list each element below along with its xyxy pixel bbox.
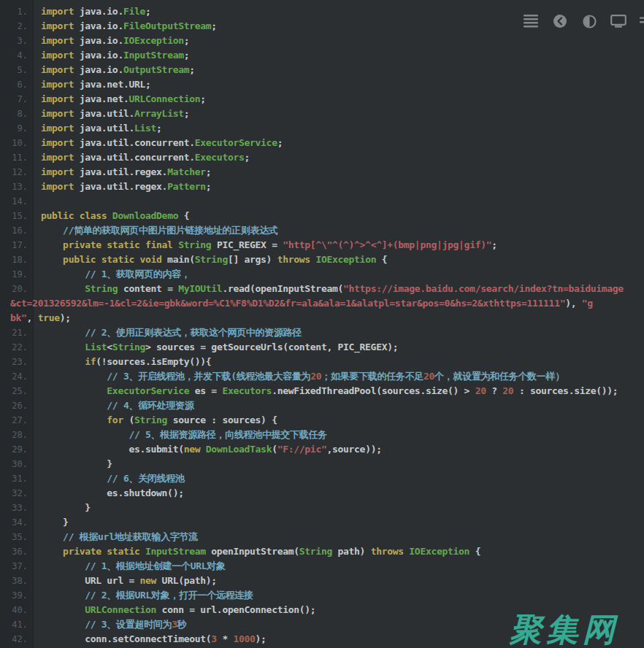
code-text: } bbox=[41, 501, 91, 515]
code-line: 15.public class DownloadDemo { bbox=[0, 209, 644, 223]
code-text: } bbox=[41, 457, 112, 471]
code-line: bk", true); bbox=[0, 311, 644, 325]
code-line: 26. // 4、循环处理资源 bbox=[0, 398, 644, 413]
code-line: 33. } bbox=[0, 501, 644, 515]
code-text: // 2、根据URL对象，打开一个远程连接 bbox=[41, 588, 253, 603]
back-circle-icon[interactable] bbox=[552, 13, 568, 29]
line-number: 33. bbox=[0, 501, 28, 515]
contrast-icon[interactable] bbox=[581, 13, 597, 29]
line-number: 16. bbox=[0, 223, 28, 238]
code-text: bk", true); bbox=[10, 311, 71, 325]
line-number: 39. bbox=[0, 588, 28, 603]
code-line: 28. // 5、根据资源路径，向线程池中提交下载任务 bbox=[0, 428, 644, 442]
line-number: 29. bbox=[0, 442, 28, 457]
line-number: 31. bbox=[0, 471, 28, 486]
line-number: 37. bbox=[0, 559, 28, 574]
code-text: import java.util.concurrent.Executors; bbox=[41, 150, 250, 165]
code-line: 20. String content = MyIOUtil.read(openI… bbox=[0, 282, 644, 296]
code-line: &ct=201326592&lm=-1&cl=2&ie=gbk&word=%C1… bbox=[0, 296, 644, 311]
code-line: 21. // 2、使用正则表达式，获取这个网页中的资源路径 bbox=[0, 325, 644, 340]
line-number: 23. bbox=[0, 355, 28, 369]
line-number: 24. bbox=[0, 369, 28, 384]
line-number: 12. bbox=[0, 165, 28, 180]
toolbar bbox=[523, 12, 644, 31]
code-line: 4.import java.io.InputStream; bbox=[0, 48, 644, 63]
line-number: 34. bbox=[0, 515, 28, 530]
line-number: 15. bbox=[0, 209, 28, 223]
line-number: 32. bbox=[0, 486, 28, 501]
line-number: 40. bbox=[0, 603, 28, 617]
code-line: 24. // 3、开启线程池，并发下载(线程池最大容量为20；如果要下载的任务不… bbox=[0, 369, 644, 384]
code-text: // 6、关闭线程池 bbox=[41, 471, 185, 486]
code-line: 17. private static final String PIC_REGE… bbox=[0, 238, 644, 252]
line-number: 5. bbox=[0, 63, 28, 77]
code-text: import java.util.regex.Matcher; bbox=[41, 165, 211, 180]
code-text: // 2、使用正则表达式，获取这个网页中的资源路径 bbox=[41, 325, 302, 340]
line-number: 17. bbox=[0, 238, 28, 252]
code-text: ExecutorService es = Executors.newFixedT… bbox=[41, 384, 618, 398]
line-number: 21. bbox=[0, 325, 28, 340]
line-number: 6. bbox=[0, 77, 28, 92]
code-text: if(!sources.isEmpty()){ bbox=[41, 355, 211, 369]
code-text: } bbox=[41, 515, 69, 530]
code-line: 34. } bbox=[0, 515, 644, 530]
code-line: 27. for (String source : sources) { bbox=[0, 413, 644, 428]
code-line: 18. public static void main(String[] arg… bbox=[0, 252, 644, 267]
code-line: 7.import java.net.URLConnection; bbox=[0, 92, 644, 107]
code-text: URL url = new URL(path); bbox=[41, 574, 217, 588]
code-text: import java.io.OutputStream; bbox=[41, 63, 195, 77]
code-text: import java.util.ArrayList; bbox=[41, 107, 189, 121]
line-number: 2. bbox=[0, 19, 28, 34]
line-number: 4. bbox=[0, 48, 28, 63]
code-line: 22. List<String> sources = getSourceUrls… bbox=[0, 340, 644, 355]
line-number: 8. bbox=[0, 107, 28, 121]
line-number: 11. bbox=[0, 150, 28, 165]
code-line: 32. es.shutdown(); bbox=[0, 486, 644, 501]
code-line: 12.import java.util.regex.Matcher; bbox=[0, 165, 644, 180]
code-text: import java.net.URL; bbox=[41, 77, 151, 92]
code-line: 8.import java.util.ArrayList; bbox=[0, 107, 644, 121]
line-number: 1. bbox=[0, 4, 28, 19]
code-text: for (String source : sources) { bbox=[41, 413, 277, 428]
line-number: 13. bbox=[0, 180, 28, 194]
line-number: 14. bbox=[0, 194, 28, 209]
code-text: // 3、开启线程池，并发下载(线程池最大容量为20；如果要下载的任务不足20个… bbox=[41, 369, 564, 384]
code-editor[interactable]: 1.import java.io.File;2.import java.io.F… bbox=[0, 0, 644, 648]
code-text: public static void main(String[] args) t… bbox=[41, 252, 387, 267]
line-number: 9. bbox=[0, 121, 28, 136]
code-line: 38. URL url = new URL(path); bbox=[0, 574, 644, 588]
watermark-logo: 聚集网 bbox=[510, 609, 619, 648]
line-number: 41. bbox=[0, 617, 28, 632]
line-number: 18. bbox=[0, 252, 28, 267]
code-text: //简单的获取网页中图片图片链接地址的正则表达式 bbox=[41, 223, 278, 238]
list-icon[interactable] bbox=[523, 13, 539, 29]
code-text: import java.io.InputStream; bbox=[41, 48, 189, 63]
code-text: public class DownloadDemo { bbox=[41, 209, 189, 223]
code-line: 14. bbox=[0, 194, 644, 209]
line-number: 10. bbox=[0, 136, 28, 150]
code-line: 37. // 1、根据地址创建一个URL对象 bbox=[0, 559, 644, 574]
code-text: // 3、设置超时间为3秒 bbox=[41, 617, 186, 632]
line-number: 20. bbox=[0, 282, 28, 296]
code-line: 9.import java.util.List; bbox=[0, 121, 644, 136]
code-text: es.shutdown(); bbox=[41, 486, 184, 501]
code-line: 25. ExecutorService es = Executors.newFi… bbox=[0, 384, 644, 398]
line-number: 3. bbox=[0, 34, 28, 48]
line-number: 22. bbox=[0, 340, 28, 355]
code-line: 35. // 根据url地址获取输入字节流 bbox=[0, 530, 644, 544]
line-number: 42. bbox=[0, 632, 28, 647]
code-line: 39. // 2、根据URL对象，打开一个远程连接 bbox=[0, 588, 644, 603]
monitor-icon[interactable] bbox=[610, 13, 626, 29]
code-line: 23. if(!sources.isEmpty()){ bbox=[0, 355, 644, 369]
code-line: 5.import java.io.OutputStream; bbox=[0, 63, 644, 77]
clipped-edge-icon[interactable] bbox=[640, 13, 644, 29]
line-number: 7. bbox=[0, 92, 28, 107]
code-line: 19. // 1、获取网页的内容， bbox=[0, 267, 644, 282]
code-text: // 1、根据地址创建一个URL对象 bbox=[41, 559, 226, 574]
code-line: 31. // 6、关闭线程池 bbox=[0, 471, 644, 486]
line-number: 19. bbox=[0, 267, 28, 282]
code-line: 30. } bbox=[0, 457, 644, 471]
code-line: 6.import java.net.URL; bbox=[0, 77, 644, 92]
line-number: 36. bbox=[0, 544, 28, 559]
line-number: 28. bbox=[0, 428, 28, 442]
